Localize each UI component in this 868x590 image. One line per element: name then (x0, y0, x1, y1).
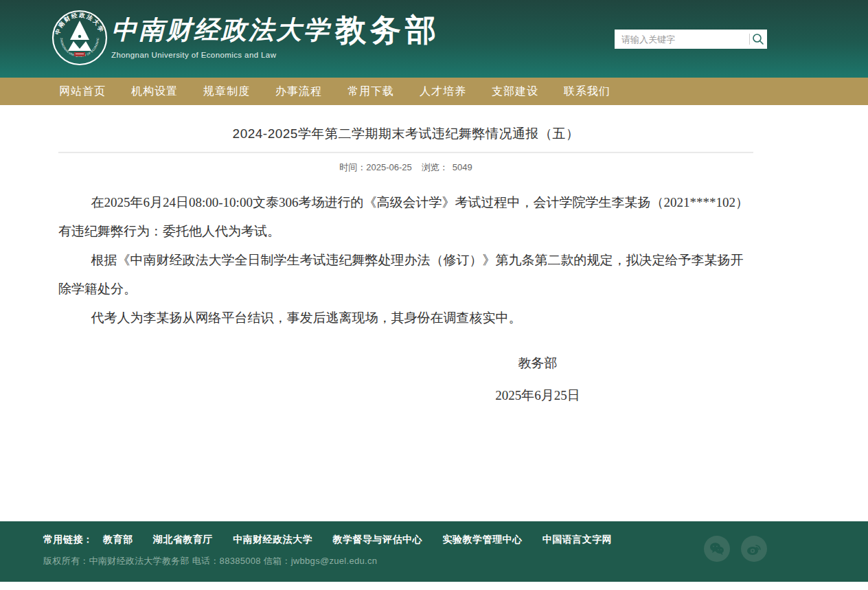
title-divider (58, 152, 753, 153)
search-icon (752, 33, 764, 45)
nav-item-downloads[interactable]: 常用下载 (347, 78, 394, 105)
footer-link-hubei-edu[interactable]: 湖北省教育厅 (153, 534, 213, 545)
signature-date: 2025年6月25日 (435, 381, 641, 410)
university-name-en: Zhongnan University of Economics and Law (111, 51, 440, 59)
article-paragraph: 代考人为李某扬从网络平台结识，事发后逃离现场，其身份在调查核实中。 (58, 304, 753, 332)
meta-views-value: 5049 (453, 162, 472, 172)
nav-item-talent[interactable]: 人才培养 (420, 78, 466, 105)
signature-department: 教务部 (435, 349, 641, 378)
nav-item-party-branch[interactable]: 支部建设 (492, 78, 538, 105)
footer-links-label: 常用链接： (43, 534, 93, 545)
weibo-icon (746, 541, 762, 557)
article-meta: 时间：2025-06-25浏览：5049 (58, 161, 753, 174)
meta-time-label: 时间： (339, 162, 366, 172)
wechat-button[interactable] (704, 536, 730, 562)
department-name: 教务部 (335, 12, 440, 48)
site-footer: 常用链接： 教育部 湖北省教育厅 中南财经政法大学 教学督导与评估中心 实验教学… (0, 521, 868, 582)
meta-views-label: 浏览： (422, 162, 448, 172)
nav-item-regulations[interactable]: 规章制度 (203, 78, 250, 105)
article-body: 在2025年6月24日08:00-10:00文泰306考场进行的《高级会计学》考… (58, 188, 753, 332)
nav-item-home[interactable]: 网站首页 (59, 78, 106, 105)
nav-item-organization[interactable]: 机构设置 (131, 78, 178, 105)
footer-link-moe[interactable]: 教育部 (103, 534, 133, 545)
meta-time-value: 2025-06-25 (366, 162, 412, 172)
wechat-icon (709, 541, 725, 557)
search-box (615, 30, 767, 49)
article-page: 2024-2025学年第二学期期末考试违纪舞弊情况通报（五） 时间：2025-0… (58, 105, 753, 521)
university-seal-icon: 中南财经政法大学 ZHONGNAN UNIVERSITY OF ECONOMIC… (52, 10, 108, 66)
site-header: 中南财经政法大学 ZHONGNAN UNIVERSITY OF ECONOMIC… (0, 0, 868, 78)
signature-block: 教务部 2025年6月25日 (435, 349, 641, 410)
search-button[interactable] (750, 30, 767, 49)
weibo-button[interactable] (741, 536, 767, 562)
article-paragraph: 在2025年6月24日08:00-10:00文泰306考场进行的《高级会计学》考… (58, 188, 753, 246)
footer-link-language-net[interactable]: 中国语言文字网 (542, 534, 613, 545)
footer-link-supervision-center[interactable]: 教学督导与评估中心 (333, 534, 423, 545)
nav-item-procedures[interactable]: 办事流程 (275, 78, 322, 105)
site-brand: 中南财经政法大学教务部 Zhongnan University of Econo… (111, 12, 440, 59)
footer-link-zuel[interactable]: 中南财经政法大学 (233, 534, 312, 545)
article-title: 2024-2025学年第二学期期末考试违纪舞弊情况通报（五） (58, 125, 753, 143)
main-nav: 网站首页 机构设置 规章制度 办事流程 常用下载 人才培养 支部建设 联系我们 (0, 78, 868, 105)
university-name-zh: 中南财经政法大学 (111, 12, 331, 48)
nav-item-contact[interactable]: 联系我们 (564, 78, 610, 105)
search-input[interactable] (615, 30, 749, 49)
footer-link-lab-center[interactable]: 实验教学管理中心 (442, 534, 522, 545)
article-paragraph: 根据《中南财经政法大学全日制学生考试违纪舞弊处理办法（修订）》第九条第二款的规定… (58, 246, 753, 304)
university-seal-logo: 中南财经政法大学 ZHONGNAN UNIVERSITY OF ECONOMIC… (52, 10, 108, 66)
footer-social-icons (704, 536, 767, 562)
